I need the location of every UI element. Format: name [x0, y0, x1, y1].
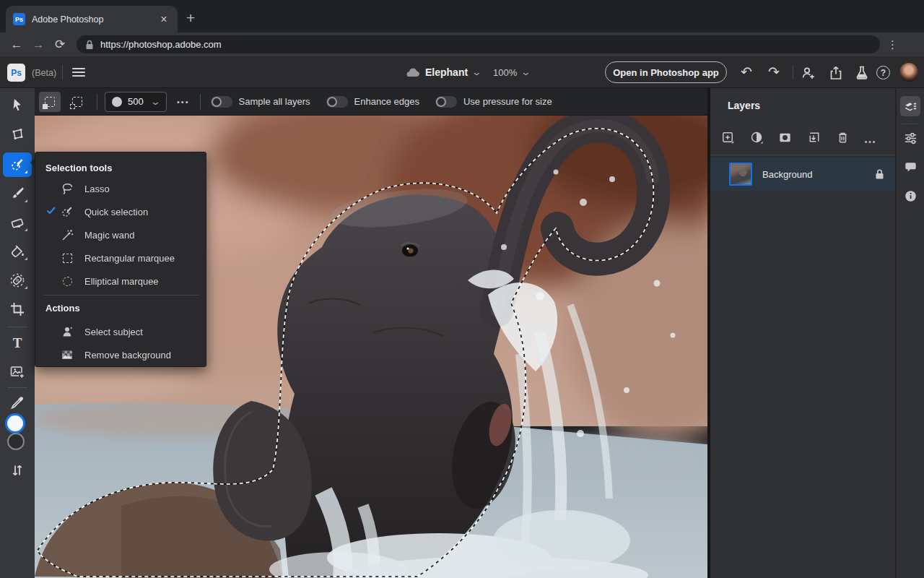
tab-close-icon[interactable]: ×	[157, 13, 170, 26]
enhance-edges-toggle[interactable]	[326, 96, 348, 108]
use-pressure-toggle[interactable]	[435, 96, 457, 108]
eyedropper-tool[interactable]	[3, 390, 32, 415]
open-in-photoshop-app-button[interactable]: Open in Photoshop app	[605, 61, 727, 83]
sample-all-layers-toggle[interactable]	[211, 96, 232, 108]
brush-tip-icon	[112, 97, 122, 107]
sample-all-layers-toggle-group: Sample all layers	[211, 96, 310, 108]
flyout-item-select-subject[interactable]: Select subject	[35, 320, 207, 343]
move-tool[interactable]	[3, 93, 32, 118]
eraser-tool[interactable]	[3, 210, 32, 235]
crop-tool[interactable]	[3, 297, 32, 322]
flyout-item-rectangular-marquee[interactable]: Rectangular marquee	[35, 246, 207, 269]
flyout-item-quick-selection[interactable]: Quick selection	[35, 200, 207, 223]
foreground-color-swatch[interactable]	[5, 413, 25, 434]
flyout-item-label: Select subject	[84, 327, 143, 337]
flyout-item-elliptical-marquee[interactable]: Elliptical marquee	[35, 269, 207, 293]
magic-wand-icon	[59, 227, 75, 243]
divider	[200, 94, 201, 110]
divider	[793, 65, 793, 79]
divider	[902, 124, 919, 124]
layers-rail-button[interactable]	[900, 96, 920, 116]
layer-row-background[interactable]: Background	[710, 158, 895, 191]
zoom-level[interactable]: 100%	[493, 67, 517, 78]
back-icon[interactable]: ←	[6, 38, 27, 52]
beta-flask-icon[interactable]	[853, 64, 871, 85]
reload-icon[interactable]: ⟳	[49, 37, 71, 52]
browser-menu-icon[interactable]: ⋮	[887, 38, 898, 51]
delete-layer-button[interactable]	[834, 129, 851, 146]
doc-chevron-down-icon[interactable]: ⌄	[471, 69, 482, 76]
document-name[interactable]: Elephant	[425, 66, 468, 78]
share-icon[interactable]	[827, 64, 845, 85]
cloud-icon	[404, 66, 420, 78]
layer-lock-icon[interactable]	[874, 168, 885, 180]
selection-tools-flyout: Selection tools Lasso	[35, 152, 206, 367]
flyout-item-label: Remove background	[84, 350, 171, 361]
beta-label: (Beta)	[32, 68, 56, 78]
tool-options-bar: 500 ⌄ ••• Sample all layers Enhance edge…	[35, 88, 707, 116]
redo-icon[interactable]: ↷	[768, 64, 780, 80]
more-options-icon[interactable]: •••	[177, 98, 190, 106]
use-pressure-toggle-group: Use pressure for size	[435, 96, 552, 108]
flyout-indicator	[25, 257, 27, 260]
quick-selection-icon	[59, 204, 75, 220]
adjustments-rail-button[interactable]	[900, 128, 920, 148]
flyout-title: Selection tools	[45, 163, 112, 173]
divider	[97, 94, 97, 110]
tools-panel: T	[0, 88, 35, 578]
layers-panel-title: Layers	[728, 100, 760, 111]
zoom-chevron-down-icon[interactable]: ⌄	[520, 69, 531, 76]
user-avatar[interactable]	[899, 63, 918, 82]
quick-selection-tool[interactable]	[3, 152, 32, 177]
new-tab-icon[interactable]: +	[186, 10, 195, 25]
undo-icon[interactable]: ↶	[741, 64, 752, 80]
brush-tool[interactable]	[3, 181, 32, 206]
info-rail-button[interactable]	[900, 186, 920, 206]
subtract-selection-icon	[72, 97, 82, 107]
healing-brush-tool[interactable]	[3, 268, 32, 293]
comments-rail-button[interactable]	[900, 157, 920, 177]
brush-size-dropdown[interactable]: 500 ⌄	[105, 92, 167, 112]
toggle-label: Sample all layers	[239, 96, 310, 107]
object-select-tool[interactable]	[3, 122, 32, 147]
layer-name: Background	[762, 169, 874, 180]
layer-mask-button[interactable]	[776, 129, 793, 146]
invite-people-icon[interactable]	[800, 64, 817, 85]
brush-size-value: 500	[128, 96, 146, 107]
place-image-tool[interactable]	[3, 360, 32, 384]
rectangular-marquee-icon	[59, 250, 75, 266]
move-into-layer-button[interactable]	[805, 129, 822, 146]
flyout-item-remove-background[interactable]: Remove background	[35, 343, 207, 366]
flyout-indicator	[25, 228, 27, 231]
browser-tab[interactable]: Ps Adobe Photoshop ×	[6, 6, 178, 33]
type-tool-glyph: T	[13, 335, 22, 351]
flyout-item-lasso[interactable]: Lasso	[35, 177, 207, 200]
type-tool[interactable]: T	[3, 331, 32, 355]
photoshop-logo: Ps	[7, 64, 25, 82]
flyout-indicator	[25, 199, 27, 202]
add-to-selection-button[interactable]	[39, 92, 61, 112]
elliptical-marquee-icon	[59, 273, 75, 289]
swap-colors-tool[interactable]	[3, 458, 32, 483]
adjustment-layer-button[interactable]	[748, 129, 765, 146]
divider	[710, 155, 895, 155]
photoshop-favicon: Ps	[13, 13, 25, 25]
toggle-label: Use pressure for size	[463, 96, 552, 107]
flyout-indicator	[25, 286, 27, 289]
help-icon[interactable]: ?	[876, 66, 890, 79]
forward-icon[interactable]: →	[27, 38, 49, 52]
fill-tool[interactable]	[3, 239, 32, 264]
hamburger-menu-icon[interactable]	[72, 68, 85, 77]
layers-more-options-icon[interactable]: •••	[862, 133, 879, 150]
background-color-swatch[interactable]	[7, 433, 25, 450]
add-layer-button[interactable]	[719, 129, 736, 146]
layer-thumbnail[interactable]	[729, 163, 752, 186]
subtract-from-selection-button[interactable]	[66, 92, 88, 112]
flyout-item-magic-wand[interactable]: Magic wand	[35, 223, 207, 246]
browser-tab-strip: Ps Adobe Photoshop × +	[0, 0, 924, 33]
address-bar[interactable]: https://photoshop.adobe.com	[77, 35, 880, 53]
divider	[62, 65, 63, 79]
document-cluster: Elephant ⌄ 100% ⌄	[404, 62, 530, 82]
enhance-edges-toggle-group: Enhance edges	[326, 96, 419, 108]
divider	[7, 327, 27, 327]
